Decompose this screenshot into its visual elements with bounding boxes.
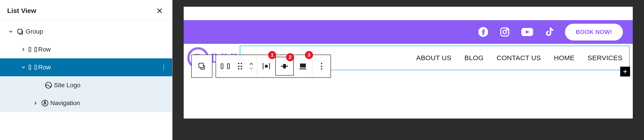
nav-link[interactable]: ABOUT US [416,54,451,62]
svg-point-19 [241,66,242,67]
expand-toggle[interactable] [32,100,40,106]
more-options-button[interactable] [312,55,330,77]
svg-rect-15 [199,63,204,68]
step-badge: 1 [268,51,276,59]
editor-canvas-wrap: BOOK NOW! D DIVI ABOUT US BLOG CONTACT U… [172,0,644,140]
svg-point-17 [241,63,242,64]
align-button[interactable]: 2 [275,57,294,75]
plus-icon [622,69,628,74]
list-view-title: List View [7,7,36,14]
svg-rect-22 [263,63,264,69]
chevron-right-icon [21,47,26,52]
svg-rect-27 [300,64,306,68]
social-icons [478,27,554,37]
list-view-panel: List View Group Row [0,0,172,140]
row-icon [28,46,38,53]
tree-item-label: Row [38,64,172,71]
svg-point-20 [238,68,239,70]
svg-point-10 [507,29,508,30]
toolbar-parent-group [191,55,212,78]
list-view-header: List View [0,0,172,20]
svg-rect-24 [265,65,268,68]
tree-item-row[interactable]: Row [0,40,172,58]
close-icon [156,7,163,14]
facebook-icon[interactable] [478,27,488,37]
nav-link[interactable]: HOME [554,54,574,62]
book-now-button[interactable]: BOOK NOW! [565,24,623,40]
instagram-icon[interactable] [500,27,510,37]
site-logo-icon [43,81,54,89]
more-icon [321,63,322,70]
tree-item-row-selected[interactable]: Row [0,58,172,76]
block-tree: Group Row Row Site Logo [0,23,172,112]
drag-icon [237,62,243,70]
chevron-down-icon [249,67,254,70]
chevron-down-icon [8,29,14,34]
svg-rect-2 [18,29,22,33]
align-center-icon [280,63,288,70]
group-icon [15,27,26,36]
chevron-down-icon [21,65,26,70]
expand-toggle[interactable] [19,47,28,52]
block-type-button[interactable] [216,55,234,77]
row-icon [28,64,38,70]
nav-menu[interactable]: ABOUT US BLOG CONTACT US HOME SERVICES [416,54,622,62]
justify-button[interactable]: 1 [257,55,275,77]
drag-handle[interactable] [234,55,246,77]
group-icon [198,62,206,71]
nav-link[interactable]: CONTACT US [497,54,541,62]
tree-item-navigation[interactable]: Navigation [0,94,172,112]
close-button[interactable] [154,5,165,16]
fullwidth-icon [299,63,307,70]
tree-item-label: Group [26,28,172,35]
width-button[interactable]: 3 [294,55,312,77]
tree-item-label: Row [38,46,172,53]
add-block-button[interactable] [620,67,630,76]
step-badge: 2 [286,53,294,61]
expand-toggle[interactable] [7,29,15,34]
expand-toggle[interactable] [19,65,28,70]
svg-point-18 [238,66,239,67]
tiktok-icon[interactable] [544,27,554,37]
chevron-right-icon [33,100,38,106]
tree-item-label: Site Logo [54,82,172,89]
svg-point-21 [241,68,242,70]
svg-rect-23 [269,63,270,69]
tree-item-label: Navigation [50,100,172,107]
justify-icon [262,63,270,70]
move-updown-button[interactable] [246,55,257,77]
tree-item-group[interactable]: Group [0,23,172,40]
select-parent-button[interactable] [192,55,212,77]
toolbar-main-group: 1 2 3 [216,55,331,78]
options-button[interactable] [162,64,165,71]
block-toolbar: 1 2 3 [191,55,331,78]
header-topbar[interactable]: BOOK NOW! [184,20,633,44]
step-badge: 3 [305,51,313,59]
svg-point-9 [503,30,506,34]
navigation-icon [40,99,50,107]
svg-rect-26 [283,64,286,69]
nav-link[interactable]: BLOG [464,54,484,62]
chevron-up-icon [249,62,254,66]
youtube-icon[interactable] [521,27,534,37]
svg-rect-28 [300,69,306,69]
nav-link[interactable]: SERVICES [588,54,622,62]
row-icon [220,63,230,70]
tree-item-site-logo[interactable]: Site Logo [0,76,172,94]
svg-point-16 [238,63,239,64]
